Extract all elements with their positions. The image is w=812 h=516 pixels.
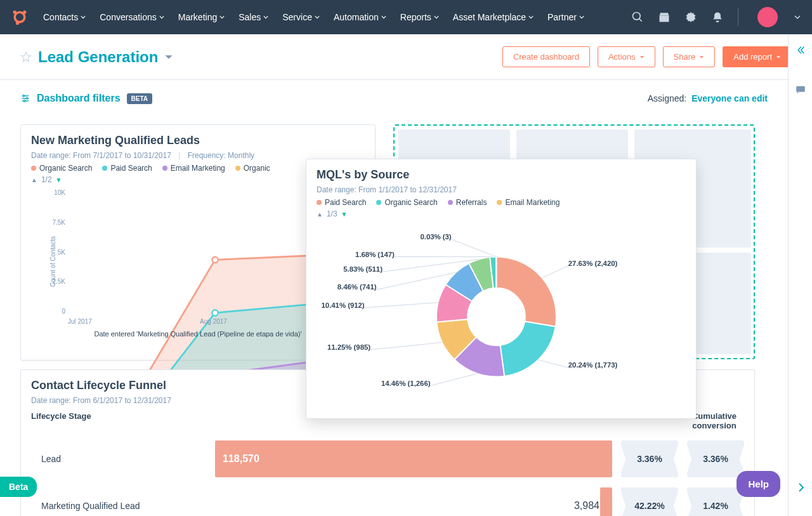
funnel-stage-label: Marketing Qualified Lead [31, 501, 215, 511]
page-header: Lead Generation Create dashboard Actions… [0, 34, 812, 80]
funnel-row: Lead 118,570 3.36% 3.36% [31, 440, 744, 477]
leads-title: New Marketing Qualified Leads [31, 134, 365, 147]
legend-item: Email Marketing [497, 198, 560, 207]
header-actions: Create dashboard Actions Share Add repor… [502, 46, 792, 67]
page-title[interactable]: Lead Generation [38, 48, 173, 66]
svg-point-2 [23, 11, 26, 14]
right-rail [788, 34, 812, 516]
legend-item: Organic [235, 164, 270, 173]
funnel-conversion: 3.36% [621, 440, 678, 477]
marketplace-icon[interactable] [658, 11, 671, 23]
help-pill[interactable]: Help [737, 471, 780, 497]
top-nav: ContactsConversationsMarketingSalesServi… [0, 0, 812, 34]
funnel-bar: 3,984 [215, 487, 612, 516]
svg-point-16 [212, 257, 218, 263]
nav-item[interactable]: Automation [334, 12, 386, 22]
nav-item[interactable]: Contacts [43, 12, 86, 22]
add-report-button[interactable]: Add report [723, 46, 792, 67]
mql-legend: Paid SearchOrganic SearchReferralsEmail … [317, 198, 686, 207]
svg-point-12 [23, 95, 25, 97]
star-icon[interactable] [20, 51, 32, 63]
assigned-label: Assigned: [648, 93, 686, 103]
nav-item[interactable]: Reports [400, 12, 439, 22]
caret-down-icon [164, 53, 173, 62]
gear-icon[interactable] [684, 11, 697, 23]
mql-donut: 27.63% (2,420)20.24% (1,773)14.46% (1,26… [317, 225, 686, 409]
svg-rect-8 [796, 86, 805, 92]
donut-svg: 27.63% (2,420)20.24% (1,773)14.46% (1,26… [317, 225, 686, 409]
svg-point-1 [13, 11, 16, 14]
assigned-value-link[interactable]: Everyone can edit [691, 93, 768, 103]
svg-text:11.25% (985): 11.25% (985) [327, 343, 370, 351]
svg-point-19 [212, 310, 218, 315]
search-icon[interactable] [631, 11, 644, 23]
beta-pill[interactable]: Beta [0, 477, 37, 497]
avatar[interactable] [757, 7, 778, 27]
comment-icon[interactable] [795, 84, 806, 95]
nav-item[interactable]: Conversations [100, 12, 164, 22]
actions-button[interactable]: Actions [598, 46, 655, 67]
funnel-bar: 118,570 [215, 440, 612, 477]
legend-item: Paid Search [102, 164, 152, 173]
svg-text:0.03% (3): 0.03% (3) [420, 233, 451, 241]
nav-item[interactable]: Marketing [178, 12, 225, 22]
nav-item[interactable]: Asset Marketplace [453, 12, 534, 22]
svg-text:27.63% (2,420): 27.63% (2,420) [568, 260, 618, 267]
svg-text:1.68% (147): 1.68% (147) [355, 251, 395, 258]
mql-card[interactable]: MQL's by Source Date range: From 1/1/201… [306, 159, 697, 419]
svg-line-5 [639, 19, 642, 22]
mql-title: MQL's by Source [317, 168, 686, 182]
legend-item: Email Marketing [162, 164, 225, 173]
legend-item: Referrals [448, 198, 487, 207]
svg-point-0 [15, 12, 25, 22]
funnel-cumulative: 3.36% [687, 440, 744, 477]
funnel-conversion: 42.22% [621, 487, 678, 516]
beta-badge: BETA [127, 93, 152, 104]
filter-icon[interactable] [20, 93, 30, 103]
svg-text:8.46% (741): 8.46% (741) [337, 283, 377, 291]
y-ticks: 10K7.5K5K2.5K0 [43, 189, 65, 315]
filters-row: Dashboard filters BETA Assigned: Everyon… [20, 93, 768, 104]
nav-icon-group [631, 7, 801, 27]
svg-text:20.24% (1,773): 20.24% (1,773) [568, 361, 618, 369]
svg-line-42 [542, 266, 568, 278]
bell-icon[interactable] [711, 11, 724, 23]
nav-items: ContactsConversationsMarketingSalesServi… [43, 12, 584, 22]
funnel-stage-label: Lead [31, 454, 215, 464]
legend-item: Organic Search [31, 164, 92, 173]
svg-point-3 [16, 22, 19, 25]
share-button[interactable]: Share [663, 46, 716, 67]
svg-line-46 [431, 374, 478, 386]
svg-line-44 [538, 360, 568, 367]
svg-text:10.41% (912): 10.41% (912) [322, 301, 365, 309]
svg-text:5.83% (511): 5.83% (511) [343, 265, 383, 273]
svg-point-14 [23, 100, 25, 102]
svg-point-4 [633, 13, 641, 20]
legend-item: Paid Search [317, 198, 366, 207]
create-dashboard-button[interactable]: Create dashboard [502, 46, 590, 67]
svg-line-48 [370, 342, 442, 349]
nav-item[interactable]: Partner [547, 12, 584, 22]
hubspot-logo-icon [11, 9, 28, 25]
mql-pager[interactable]: ▲1/3▼ [317, 209, 686, 218]
svg-line-58 [452, 239, 497, 256]
svg-point-13 [26, 98, 28, 100]
chevron-down-icon[interactable] [794, 14, 801, 20]
svg-line-50 [365, 303, 438, 308]
collapse-icon[interactable] [795, 44, 806, 56]
nav-item[interactable]: Sales [239, 12, 268, 22]
dashboard-filters-link[interactable]: Dashboard filters [37, 93, 121, 104]
svg-rect-6 [660, 16, 669, 22]
nav-item[interactable]: Service [282, 12, 320, 22]
funnel-header-stage: Lifecycle Stage [31, 411, 215, 430]
legend-item: Organic Search [376, 198, 437, 207]
mql-meta: Date range: From 1/1/2017 to 12/31/2017 [317, 185, 686, 194]
funnel-row: Marketing Qualified Lead 3,984 42.22% 1.… [31, 487, 744, 516]
chevron-right-icon[interactable] [796, 482, 807, 493]
svg-text:14.46% (1,266): 14.46% (1,266) [381, 380, 431, 387]
funnel-cumulative: 1.42% [687, 487, 744, 516]
